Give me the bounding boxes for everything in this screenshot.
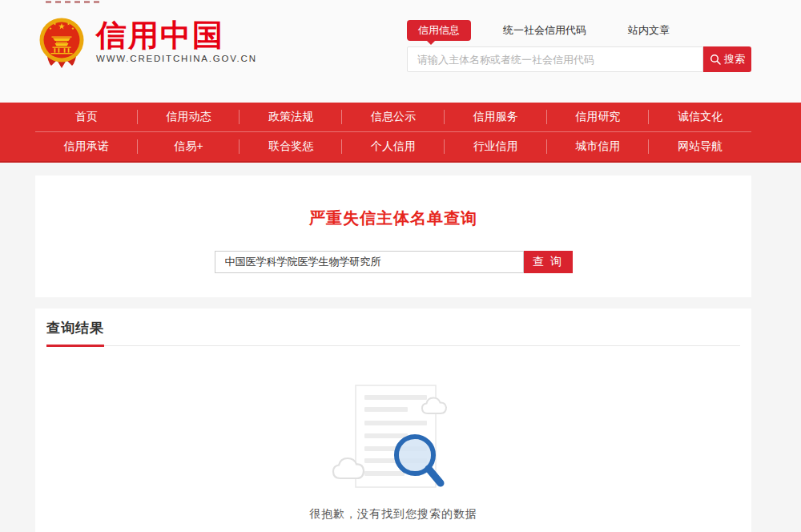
tab-unified-social-credit-code[interactable]: 统一社会信用代码 [503,23,586,38]
empty-results-message: 很抱歉，没有找到您搜索的数据 [35,507,751,522]
nav-item-city-credit[interactable]: 城市信用 [547,139,650,154]
site-header: 信用中国 WWW.CREDITCHINA.GOV.CN 信用信息 统一社会信用代… [0,0,801,103]
header-search-input[interactable] [407,46,703,72]
results-header: 查询结果 [46,319,740,346]
main-navigation: 首页 信用动态 政策法规 信息公示 信用服务 信用研究 诚信文化 信用承诺 信易… [0,103,801,163]
empty-results-illustration [313,375,473,499]
header-search-button[interactable]: 搜索 [703,46,751,72]
site-title: 信用中国 [96,19,257,51]
empty-results-state: 很抱歉，没有找到您搜索的数据 [35,375,751,522]
nav-item-industry-credit[interactable]: 行业信用 [445,139,547,154]
nav-item-credit-news[interactable]: 信用动态 [138,110,240,124]
header-search-area: 信用信息 统一社会信用代码 站内文章 搜索 [407,22,751,72]
nav-item-joint-rewards-punishments[interactable]: 联合奖惩 [239,139,342,154]
nav-item-integrity-culture[interactable]: 诚信文化 [649,110,751,124]
query-row: 查 询 [35,251,751,273]
clipped-browser-text [46,1,103,3]
tab-site-articles[interactable]: 站内文章 [628,23,670,38]
nav-item-credit-commitment[interactable]: 信用承诺 [35,139,138,154]
search-tabs: 信用信息 统一社会信用代码 站内文章 [407,22,751,39]
search-icon [710,54,721,65]
site-logo[interactable]: 信用中国 WWW.CREDITCHINA.GOV.CN [38,17,257,70]
nav-item-info-disclosure[interactable]: 信息公示 [342,110,445,124]
nav-item-policies[interactable]: 政策法规 [239,110,342,124]
logo-text: 信用中国 WWW.CREDITCHINA.GOV.CN [96,17,257,63]
nav-row-2: 信用承诺 信易+ 联合奖惩 个人信用 行业信用 城市信用 网站导航 [35,132,751,161]
query-button[interactable]: 查 询 [524,251,573,273]
nav-item-credit-services[interactable]: 信用服务 [445,110,547,124]
page-title: 严重失信主体名单查询 [35,175,751,229]
query-card: 严重失信主体名单查询 查 询 [35,175,751,297]
nav-item-home[interactable]: 首页 [35,110,138,124]
nav-item-site-map[interactable]: 网站导航 [649,139,751,154]
nav-item-personal-credit[interactable]: 个人信用 [342,139,445,154]
tab-credit-info[interactable]: 信用信息 [407,20,471,41]
site-url: WWW.CREDITCHINA.GOV.CN [96,54,257,63]
nav-item-xinyi-plus[interactable]: 信易+ [138,139,240,154]
nav-item-credit-research[interactable]: 信用研究 [547,110,650,124]
national-emblem-icon [38,17,85,70]
entity-name-input[interactable] [215,251,524,273]
header-search-row: 搜索 [407,46,751,72]
results-card: 查询结果 很抱歉，没有找到您搜索的数据 [35,308,751,532]
results-title: 查询结果 [46,319,104,347]
nav-row-1: 首页 信用动态 政策法规 信息公示 信用服务 信用研究 诚信文化 [35,103,751,132]
search-button-label: 搜索 [724,52,745,66]
